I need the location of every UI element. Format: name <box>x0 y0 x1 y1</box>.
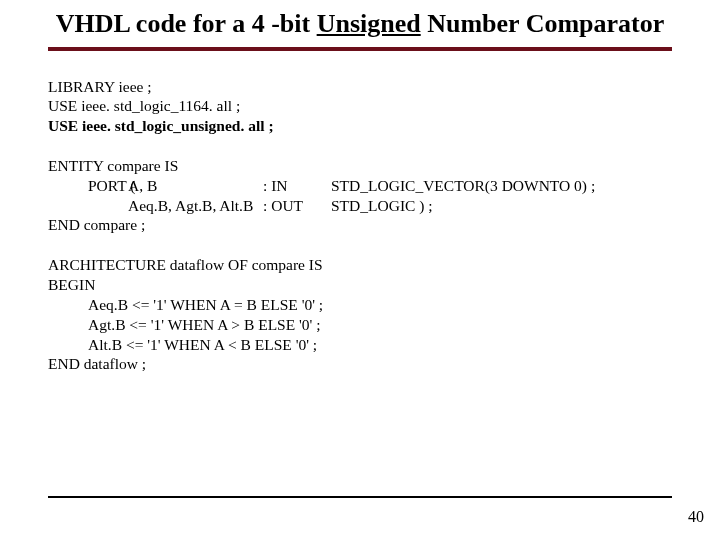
title-pre: VHDL code for a 4 -bit <box>56 9 317 38</box>
code-line: ARCHITECTURE dataflow OF compare IS <box>48 255 672 275</box>
title-rule <box>48 47 672 51</box>
title-underlined: Unsigned <box>317 9 421 38</box>
code-line: END compare ; <box>48 215 672 235</box>
code-line: LIBRARY ieee ; <box>48 77 672 97</box>
code-line: USE ieee. std_logic_1164. all ; <box>48 96 672 116</box>
port-type: STD_LOGIC ) ; <box>331 196 672 216</box>
port-dir: : IN <box>263 176 331 196</box>
code-area: LIBRARY ieee ; USE ieee. std_logic_1164.… <box>48 77 672 375</box>
port-type: STD_LOGIC_VECTOR(3 DOWNTO 0) ; <box>331 176 672 196</box>
footer-rule <box>48 496 672 498</box>
port-sig: A, B <box>128 176 263 196</box>
slide-title: VHDL code for a 4 -bit Unsigned Number C… <box>48 8 672 41</box>
library-block: LIBRARY ieee ; USE ieee. std_logic_1164.… <box>48 77 672 136</box>
arch-block: ARCHITECTURE dataflow OF compare IS BEGI… <box>48 255 672 374</box>
port-grid: PORT ( A, B : IN STD_LOGIC_VECTOR(3 DOWN… <box>48 176 672 216</box>
port-sig: Aeq.B, Agt.B, Alt.B <box>128 196 263 216</box>
port-kw: PORT ( <box>48 176 128 196</box>
page-number: 40 <box>688 508 704 526</box>
code-line: USE ieee. std_logic_unsigned. all ; <box>48 116 672 136</box>
code-line: Aeq.B <= '1' WHEN A = B ELSE '0' ; <box>48 295 672 315</box>
port-blank <box>48 196 128 216</box>
code-line: Agt.B <= '1' WHEN A > B ELSE '0' ; <box>48 315 672 335</box>
slide: VHDL code for a 4 -bit Unsigned Number C… <box>0 0 720 374</box>
code-line: END dataflow ; <box>48 354 672 374</box>
entity-block: ENTITY compare IS PORT ( A, B : IN STD_L… <box>48 156 672 235</box>
port-dir: : OUT <box>263 196 331 216</box>
code-line: Alt.B <= '1' WHEN A < B ELSE '0' ; <box>48 335 672 355</box>
code-line: BEGIN <box>48 275 672 295</box>
code-line: ENTITY compare IS <box>48 156 672 176</box>
title-post: Number Comparator <box>421 9 665 38</box>
